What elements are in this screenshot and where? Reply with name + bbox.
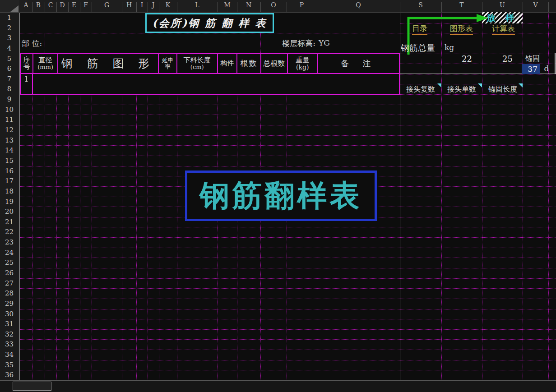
row-header-8[interactable]: 8 xyxy=(0,85,19,93)
select-all-corner[interactable] xyxy=(0,0,19,13)
column-header-L[interactable]: L xyxy=(184,1,211,9)
gridline xyxy=(400,156,556,156)
gridline xyxy=(400,248,556,248)
table-header-cell[interactable]: 序号 xyxy=(21,54,33,73)
link-catalog[interactable]: 目录 xyxy=(412,23,427,35)
row-header-30[interactable]: 30 xyxy=(0,310,19,318)
elevation-value[interactable]: YG xyxy=(319,38,330,47)
joint-double-label[interactable]: 接头复数 xyxy=(401,84,440,94)
gridline xyxy=(400,176,556,176)
row-header-17[interactable]: 17 xyxy=(0,177,19,185)
row-header-26[interactable]: 26 xyxy=(0,269,19,277)
row-header-9[interactable]: 9 xyxy=(0,95,19,103)
row-header-10[interactable]: 10 xyxy=(0,106,19,114)
link-calc-sheet[interactable]: 计算表 xyxy=(492,23,515,35)
gridline xyxy=(400,370,556,370)
row-header-16[interactable]: 16 xyxy=(0,167,19,175)
gridline xyxy=(20,288,400,289)
column-header-tick xyxy=(237,2,237,12)
row-header-5[interactable]: 5 xyxy=(0,55,19,63)
table-header-cell[interactable]: 备 注 xyxy=(318,54,399,73)
row-header-22[interactable]: 22 xyxy=(0,228,19,236)
column-header-U[interactable]: U xyxy=(489,1,516,9)
row-header-4[interactable]: 4 xyxy=(0,44,19,52)
watermark-box[interactable]: 钢筋翻样表 xyxy=(185,171,377,221)
column-header-P[interactable]: P xyxy=(288,1,315,9)
row-header-19[interactable]: 19 xyxy=(0,198,19,206)
gridline xyxy=(148,94,148,380)
gridline xyxy=(136,94,137,380)
row-header-28[interactable]: 28 xyxy=(0,289,19,297)
anchor-value-cell[interactable]: 37 xyxy=(522,64,540,74)
row-header-11[interactable]: 11 xyxy=(0,115,19,124)
row-header-6[interactable]: 6 xyxy=(0,65,19,73)
gridline xyxy=(20,156,400,156)
table-header-cell[interactable]: 钢 筋 图 形 xyxy=(58,54,159,73)
table-header-cell[interactable]: 重量(kg) xyxy=(288,54,318,73)
row-header-25[interactable]: 25 xyxy=(0,258,19,267)
table-header-cell[interactable]: 根数 xyxy=(237,54,261,73)
gridline xyxy=(177,94,177,380)
anchor-length-label[interactable]: 锚固长度 xyxy=(484,84,522,94)
joint-single-label[interactable]: 接头单数 xyxy=(442,84,481,94)
row-header-1[interactable]: 1 xyxy=(0,14,19,22)
table-header-cell[interactable]: 延申率 xyxy=(159,54,177,73)
row-header-3[interactable]: 3 xyxy=(0,34,19,42)
column-header-T[interactable]: T xyxy=(448,1,475,9)
row-header-12[interactable]: 12 xyxy=(0,126,19,134)
gridline xyxy=(400,115,556,115)
gridline xyxy=(20,299,400,299)
sequence-cell[interactable]: 1 xyxy=(21,74,33,94)
column-header-K[interactable]: K xyxy=(154,1,181,9)
row-header-15[interactable]: 15 xyxy=(0,157,19,165)
column-header-Q[interactable]: Q xyxy=(345,1,372,9)
joint-double-value[interactable]: 22 xyxy=(441,54,472,64)
row-header-23[interactable]: 23 xyxy=(0,238,19,246)
elevation-label[interactable]: 楼层标高: xyxy=(260,38,315,49)
anchor-label[interactable]: 锚固 xyxy=(523,54,542,64)
gridline xyxy=(400,166,556,166)
horizontal-scrollbar-thumb[interactable] xyxy=(13,382,51,391)
row-header-13[interactable]: 13 xyxy=(0,136,19,144)
gridline xyxy=(20,105,400,105)
row-header-24[interactable]: 24 xyxy=(0,249,19,257)
row-header-35[interactable]: 35 xyxy=(0,361,19,369)
column-header-V[interactable]: V xyxy=(522,1,549,9)
gridline xyxy=(441,13,442,380)
column-header-tick xyxy=(45,2,45,12)
table-header-cell[interactable]: 总根数 xyxy=(261,54,287,73)
link-graphics-sheet[interactable]: 图形表 xyxy=(450,23,473,35)
table-header-cell[interactable]: 直径(mm) xyxy=(33,54,58,73)
row-header-29[interactable]: 29 xyxy=(0,300,19,308)
column-header-N[interactable]: N xyxy=(235,1,262,9)
column-header-tick xyxy=(92,2,92,12)
row-header-14[interactable]: 14 xyxy=(0,146,19,154)
row-header-31[interactable]: 31 xyxy=(0,320,19,328)
joint-single-value[interactable]: 25 xyxy=(482,54,513,64)
row-header-32[interactable]: 32 xyxy=(0,330,19,338)
location-label[interactable]: 部 位: xyxy=(22,38,42,49)
row-header-36[interactable]: 36 xyxy=(0,371,19,379)
row-header-2[interactable]: 2 xyxy=(0,24,19,32)
gridline xyxy=(400,186,556,187)
column-header-tick xyxy=(122,2,122,12)
table-header-cell[interactable]: 下料长度(cm) xyxy=(177,54,218,73)
right-edge-border xyxy=(555,53,556,74)
row-header-27[interactable]: 27 xyxy=(0,279,19,287)
column-header-O[interactable]: O xyxy=(260,1,287,9)
row-header-33[interactable]: 33 xyxy=(0,340,19,348)
column-header-tick xyxy=(441,2,442,12)
total-rebar-unit: kg xyxy=(445,43,454,52)
row-header-7[interactable]: 7 xyxy=(0,75,19,83)
total-rebar-label[interactable]: 钢筋总量 xyxy=(401,42,435,54)
row-header-18[interactable]: 18 xyxy=(0,187,19,195)
row-header-20[interactable]: 20 xyxy=(0,208,19,216)
gridline xyxy=(20,370,400,370)
column-header-S[interactable]: S xyxy=(407,1,434,9)
anchor-unit[interactable]: d xyxy=(542,64,551,73)
sheet-title-box[interactable]: (会所)钢 筋 翻 样 表 xyxy=(145,13,274,33)
table-header-cell[interactable]: 构件 xyxy=(218,54,238,73)
row-header-21[interactable]: 21 xyxy=(0,218,19,226)
row-header-34[interactable]: 34 xyxy=(0,350,19,359)
rebar-table-row-1[interactable]: 1 xyxy=(20,74,400,95)
